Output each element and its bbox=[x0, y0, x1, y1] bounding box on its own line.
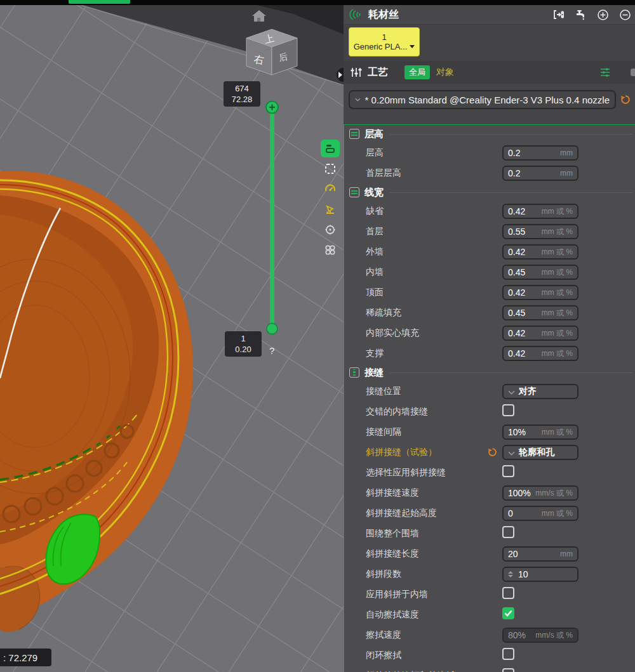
checkbox[interactable] bbox=[502, 668, 514, 672]
checkbox[interactable] bbox=[502, 587, 514, 599]
section-title: 接缝 bbox=[364, 367, 384, 379]
setting-control: 10%mm 或 % bbox=[502, 425, 578, 440]
add-icon[interactable] bbox=[596, 8, 609, 21]
setting-label: 斜拼接缝起始高度 bbox=[366, 508, 437, 519]
value-input[interactable]: 0.45mm 或 % bbox=[502, 265, 578, 280]
orientation-target-button[interactable] bbox=[321, 221, 340, 239]
process-title: 工艺 bbox=[368, 66, 388, 79]
input-unit: mm 或 % bbox=[542, 247, 573, 258]
remove-icon[interactable] bbox=[618, 8, 631, 21]
setting-row: 支撑0.42mm 或 % bbox=[344, 343, 635, 364]
section-title: 线宽 bbox=[364, 187, 384, 199]
input-value: 100% bbox=[508, 488, 531, 498]
setting-control: 0.42mm 或 % bbox=[502, 285, 578, 300]
section-header-seam[interactable]: 接缝 bbox=[344, 364, 635, 381]
layer-slider[interactable]: 674 72.28 1 0.20 ? bbox=[224, 81, 278, 357]
value-input[interactable]: 0.42mm 或 % bbox=[502, 244, 578, 260]
reset-to-default-icon[interactable] bbox=[488, 447, 497, 459]
input-value: 20 bbox=[508, 549, 518, 559]
stepper-arrows-icon[interactable] bbox=[508, 571, 513, 577]
tab-objects[interactable]: 对象 bbox=[436, 67, 454, 78]
input-unit: mm 或 % bbox=[542, 227, 573, 237]
input-unit: mm bbox=[560, 169, 573, 178]
line-width-icon bbox=[349, 187, 359, 197]
section-divider bbox=[390, 134, 632, 135]
input-unit: mm 或 % bbox=[542, 287, 573, 298]
window-top-strip bbox=[0, 0, 635, 5]
purge-faucet-icon[interactable] bbox=[574, 8, 587, 21]
filament-slot-button[interactable]: 1 Generic PLA... bbox=[349, 27, 420, 56]
filament-swap-icon[interactable] bbox=[552, 8, 565, 21]
dropdown[interactable]: 轮廓和孔 bbox=[502, 445, 578, 460]
section-header-layer-height[interactable]: 层高 bbox=[344, 125, 635, 143]
value-input[interactable]: 0.55mm 或 % bbox=[502, 224, 578, 239]
dropdown[interactable]: 对齐 bbox=[502, 384, 578, 399]
layer-height-icon bbox=[349, 129, 359, 139]
checkbox[interactable] bbox=[502, 404, 514, 416]
speed-gauge-button[interactable] bbox=[321, 180, 340, 198]
value-input[interactable]: 0.42mm 或 % bbox=[502, 326, 578, 341]
checkbox[interactable] bbox=[502, 465, 514, 477]
slider-help[interactable]: ? bbox=[269, 345, 274, 356]
input-value: 10% bbox=[508, 427, 526, 437]
value-input[interactable]: 0.2mm bbox=[502, 145, 578, 161]
input-value: 80% bbox=[508, 630, 526, 640]
checkbox[interactable] bbox=[502, 648, 514, 660]
section-header-line-width[interactable]: 线宽 bbox=[344, 183, 635, 201]
dropdown-value: 对齐 bbox=[519, 386, 537, 397]
svg-text:1: 1 bbox=[241, 334, 245, 343]
nav-cube[interactable]: 上 右 后 bbox=[246, 29, 297, 75]
value-input[interactable]: 100%mm/s 或 % bbox=[502, 485, 578, 501]
setting-row: 斜拼接缝长度20mm bbox=[344, 544, 635, 564]
input-value: 0.42 bbox=[508, 348, 525, 359]
setting-control: 20mm bbox=[502, 546, 578, 562]
setting-control: 0.42mm 或 % bbox=[502, 326, 578, 341]
setting-row: 斜拼段数10 bbox=[344, 564, 635, 584]
setting-label: 围绕整个围墙 bbox=[366, 528, 419, 539]
checkbox[interactable] bbox=[502, 526, 514, 538]
slider-bottom-handle[interactable] bbox=[267, 324, 277, 334]
value-input[interactable]: 0mm 或 % bbox=[502, 506, 578, 521]
setting-control: 0.2mm bbox=[502, 166, 578, 181]
tab-global[interactable]: 全局 bbox=[404, 65, 430, 79]
marquee-select-button[interactable] bbox=[321, 160, 340, 178]
input-unit: mm 或 % bbox=[542, 348, 573, 359]
clover-grid-button[interactable] bbox=[321, 241, 340, 259]
dropdown-value: 轮廓和孔 bbox=[519, 447, 554, 458]
checkbox[interactable] bbox=[502, 607, 514, 619]
value-input[interactable]: 0.2mm bbox=[502, 166, 578, 181]
setting-control: 0.55mm 或 % bbox=[502, 224, 578, 239]
spotlight-button[interactable] bbox=[321, 201, 340, 218]
tune-filters-icon[interactable] bbox=[599, 67, 611, 78]
setting-control bbox=[502, 587, 514, 599]
setting-control: 0.2mm bbox=[502, 145, 578, 161]
layers-preview-button[interactable] bbox=[321, 140, 340, 157]
number-stepper[interactable]: 10 bbox=[502, 567, 578, 582]
setting-row: 斜拼接缝（试验）轮廓和孔 bbox=[344, 442, 635, 463]
model-sliced-pot[interactable] bbox=[0, 171, 193, 631]
background-horizon bbox=[81, 5, 344, 85]
input-value: 0 bbox=[508, 508, 513, 518]
value-input[interactable]: 80%mm/s 或 % bbox=[502, 628, 578, 643]
value-input[interactable]: 10%mm 或 % bbox=[502, 425, 578, 440]
value-input[interactable]: 0.45mm 或 % bbox=[502, 305, 578, 320]
stepper-value: 10 bbox=[518, 569, 528, 579]
setting-label: 斜拼接缝（试验） bbox=[366, 447, 437, 458]
value-input[interactable]: 20mm bbox=[502, 546, 578, 562]
setting-control bbox=[502, 526, 514, 538]
section-title: 层高 bbox=[364, 128, 384, 140]
input-unit: mm 或 % bbox=[542, 328, 573, 339]
value-input[interactable]: 0.42mm 或 % bbox=[502, 285, 578, 300]
viewport-3d[interactable]: 上 右 后 674 72.28 1 0.20 bbox=[0, 5, 344, 672]
preset-band: * 0.20mm Standard @Creality Ender-3 V3 P… bbox=[344, 84, 635, 124]
input-unit: mm 或 % bbox=[542, 508, 573, 519]
input-unit: mm 或 % bbox=[542, 308, 573, 319]
value-input[interactable]: 0.42mm 或 % bbox=[502, 346, 578, 361]
value-input[interactable]: 0.42mm 或 % bbox=[502, 204, 578, 219]
setting-label: 斜拼接缝速度 bbox=[366, 487, 419, 499]
setting-control bbox=[502, 648, 514, 660]
preset-dropdown[interactable]: * 0.20mm Standard @Creality Ender-3 V3 P… bbox=[349, 90, 616, 109]
setting-control: 0.42mm 或 % bbox=[502, 204, 578, 219]
preset-reset-icon[interactable] bbox=[620, 95, 631, 105]
slider-top-tooltip: 674 72.28 bbox=[224, 81, 260, 107]
